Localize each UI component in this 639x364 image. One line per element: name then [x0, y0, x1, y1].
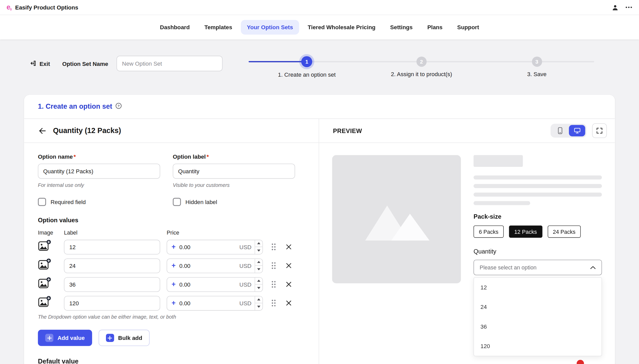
currency-label: USD — [239, 281, 251, 288]
step-3[interactable]: 3 3. Save — [527, 56, 546, 77]
drag-handle-icon[interactable] — [271, 243, 276, 251]
main-nav: Dashboard Templates Your Option Sets Tie… — [0, 15, 639, 39]
price-value[interactable]: 0.00 — [179, 262, 239, 269]
value-price-input[interactable]: + 0.00 USD — [167, 240, 263, 254]
arrow-down-icon — [257, 268, 260, 270]
price-stepper — [255, 277, 263, 291]
price-value[interactable]: 0.00 — [179, 300, 239, 306]
help-icon[interactable]: ? — [115, 103, 122, 111]
step-2[interactable]: 2 2. Assign it to product(s) — [391, 56, 452, 77]
pack-size-12[interactable]: 12 Packs — [509, 226, 542, 238]
pack-size-24[interactable]: 24 Packs — [548, 226, 581, 238]
chevron-up-icon — [590, 264, 596, 271]
price-increase-button[interactable] — [255, 296, 263, 303]
image-upload-thumb[interactable] — [38, 277, 64, 292]
mobile-view-button[interactable] — [552, 125, 568, 136]
pack-size-6[interactable]: 6 Packs — [473, 226, 504, 238]
delete-row-button[interactable] — [285, 300, 292, 307]
card-header: 1. Create an option set ? — [24, 95, 615, 119]
bulk-add-button[interactable]: Bulk add — [99, 330, 150, 346]
image-upload-thumb[interactable] — [38, 296, 64, 311]
price-increase-button[interactable] — [255, 240, 263, 247]
value-price-input[interactable]: + 0.00 USD — [167, 258, 263, 273]
column-price: Price — [167, 230, 263, 236]
app-title: Easify Product Options — [15, 4, 78, 11]
value-price-input[interactable]: + 0.00 USD — [167, 296, 263, 310]
price-decrease-button[interactable] — [255, 265, 263, 272]
step-1[interactable]: 1 1. Create an option set — [278, 56, 336, 78]
value-label-input[interactable] — [64, 296, 160, 310]
hidden-label-checkbox[interactable]: Hidden label — [173, 198, 295, 206]
option-value-row: + 0.00 USD — [38, 296, 305, 311]
value-price-input[interactable]: + 0.00 USD — [167, 277, 263, 292]
arrow-up-icon — [257, 242, 260, 244]
preview-title: PREVIEW — [333, 127, 362, 134]
value-label-input[interactable] — [64, 277, 160, 292]
option-name-input[interactable] — [38, 164, 160, 179]
card-section-title: 1. Create an option set — [38, 103, 112, 111]
desktop-view-button[interactable] — [569, 125, 585, 136]
dropdown-option-12[interactable]: 12 — [474, 278, 602, 297]
price-stepper — [255, 259, 263, 272]
drag-handle-icon[interactable] — [271, 262, 276, 269]
price-decrease-button[interactable] — [255, 247, 263, 254]
delete-row-button[interactable] — [285, 244, 292, 250]
currency-label: USD — [239, 244, 251, 250]
delete-row-button[interactable] — [285, 262, 292, 269]
value-label-input[interactable] — [64, 240, 160, 254]
more-menu-icon[interactable] — [625, 6, 633, 9]
mountains-icon — [362, 198, 431, 240]
price-value[interactable]: 0.00 — [179, 281, 239, 288]
plus-icon: + — [172, 244, 176, 250]
price-decrease-button[interactable] — [255, 303, 263, 310]
price-value[interactable]: 0.00 — [179, 244, 239, 250]
option-values-header: Image Label Price — [38, 230, 305, 236]
option-value-row: + 0.00 USD — [38, 239, 305, 255]
exit-button[interactable]: Exit — [30, 60, 50, 68]
drag-handle-icon[interactable] — [271, 280, 276, 288]
price-increase-button[interactable] — [255, 259, 263, 265]
option-label-input[interactable] — [173, 164, 295, 179]
drag-handle-icon[interactable] — [271, 299, 276, 307]
price-stepper — [255, 296, 263, 310]
quantity-dropdown: 12 24 36 120 — [473, 277, 602, 356]
quantity-select[interactable]: Please select an option — [473, 260, 602, 275]
nav-support[interactable]: Support — [451, 20, 485, 35]
nav-templates[interactable]: Templates — [198, 20, 238, 35]
image-upload-thumb[interactable] — [38, 239, 64, 255]
value-label-input[interactable] — [64, 258, 160, 273]
option-set-name-input[interactable] — [117, 56, 223, 71]
currency-label: USD — [239, 300, 251, 306]
fullscreen-button[interactable] — [592, 123, 607, 138]
nav-settings[interactable]: Settings — [384, 20, 419, 35]
user-icon[interactable] — [612, 4, 619, 11]
checkbox-box[interactable] — [38, 198, 46, 206]
delete-row-button[interactable] — [285, 281, 292, 288]
nav-dashboard[interactable]: Dashboard — [154, 20, 196, 35]
setup-bar: Exit Option Set Name 1 1. Create an opti… — [0, 39, 639, 82]
price-increase-button[interactable] — [255, 277, 263, 284]
currency-label: USD — [239, 262, 251, 269]
image-upload-thumb[interactable] — [38, 258, 64, 273]
add-value-button[interactable]: Add value — [38, 330, 92, 346]
back-button[interactable] — [38, 126, 46, 135]
nav-tiered-wholesale-pricing[interactable]: Tiered Wholesale Pricing — [302, 20, 382, 35]
dropdown-option-36[interactable]: 36 — [474, 317, 602, 336]
exit-label: Exit — [40, 61, 50, 67]
option-title: Quantity (12 Packs) — [53, 126, 121, 135]
required-field-checkbox[interactable]: Required field — [38, 198, 160, 206]
arrow-down-icon — [257, 249, 260, 251]
dropdown-option-24[interactable]: 24 — [474, 297, 602, 317]
price-decrease-button[interactable] — [255, 284, 263, 291]
plus-square-icon — [45, 334, 53, 342]
dropdown-option-120[interactable]: 120 — [474, 336, 602, 356]
checkbox-box[interactable] — [173, 198, 181, 206]
skeleton-title-block — [473, 155, 523, 167]
bulk-add-label: Bulk add — [118, 335, 142, 341]
option-value-row: + 0.00 USD — [38, 277, 305, 292]
device-toggle — [550, 124, 586, 138]
select-placeholder: Please select an option — [480, 264, 590, 270]
nav-your-option-sets[interactable]: Your Option Sets — [241, 20, 299, 35]
nav-plans[interactable]: Plans — [421, 20, 449, 35]
step-3-circle: 3 — [532, 57, 542, 67]
